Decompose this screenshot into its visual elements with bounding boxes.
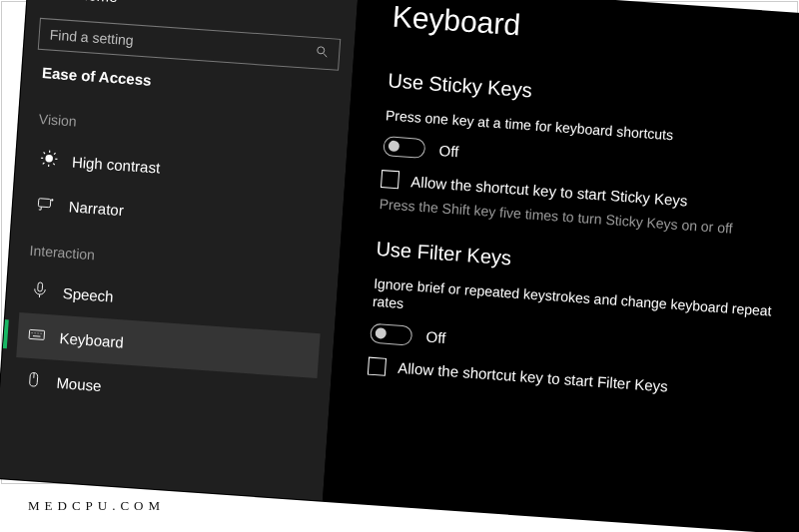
sidebar-item-label: Narrator [68,198,124,219]
svg-rect-13 [38,282,43,291]
checkbox-icon [381,170,400,189]
filter-keys-shortcut-label: Allow the shortcut key to start Filter K… [398,359,668,395]
svg-line-20 [33,336,40,337]
main-content: Keyboard Use Sticky Keys Press one key a… [323,0,799,532]
checkbox-icon [368,356,387,375]
svg-line-1 [324,53,328,57]
toggle-knob [375,327,387,339]
mouse-icon [24,370,43,392]
svg-line-9 [43,163,45,165]
sticky-keys-toggle-state: Off [438,142,459,160]
search-placeholder: Find a setting [49,27,134,49]
sticky-keys-toggle[interactable] [383,136,425,159]
sidebar-item-label: Mouse [56,374,102,394]
keyboard-icon [27,325,46,347]
svg-line-8 [53,164,55,166]
microphone-icon [30,280,49,302]
svg-point-2 [45,155,53,163]
watermark-text: MEDCPU.COM [28,498,165,514]
svg-rect-15 [29,329,45,339]
high-contrast-icon [39,149,58,171]
page-frame: Home Find a setting Ease of Access Visio… [0,0,799,532]
app-window-wrap: Home Find a setting Ease of Access Visio… [0,0,799,532]
sidebar-item-label: High contrast [71,153,160,176]
sidebar: Home Find a setting Ease of Access Visio… [0,0,359,501]
svg-line-7 [44,152,46,154]
svg-rect-11 [38,199,51,208]
filter-keys-toggle[interactable] [370,322,412,345]
settings-app-window: Home Find a setting Ease of Access Visio… [0,0,799,532]
home-label: Home [77,0,118,5]
home-icon [47,0,66,4]
search-icon [315,44,330,63]
narrator-icon [36,194,55,216]
sidebar-item-label: Speech [62,284,114,305]
svg-point-0 [318,47,325,54]
svg-line-10 [54,153,56,155]
sidebar-item-label: Keyboard [59,329,124,350]
toggle-knob [389,141,400,153]
page-title: Keyboard [392,0,799,63]
filter-keys-toggle-state: Off [425,328,446,346]
svg-point-12 [51,199,53,201]
